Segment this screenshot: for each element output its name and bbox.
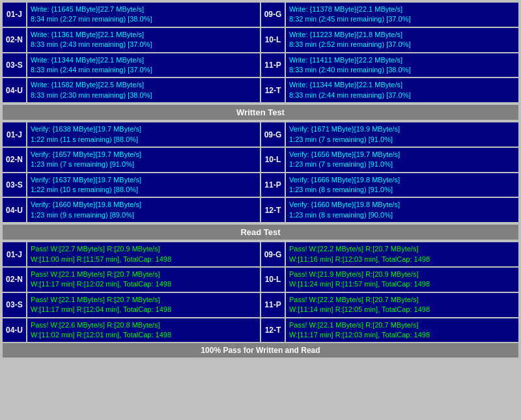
table-row: 04-UPass! W:[22.6 MByte/s] R:[20.8 MByte… [3, 318, 518, 343]
cell-right: Write: {11378 MByte}[22.1 MByte/s]8:32 m… [286, 3, 518, 27]
table-row: 01-JWrite: {11645 MByte}[22.7 MByte/s]8:… [3, 3, 518, 27]
cell-left: Write: {11582 MByte}[22.5 MByte/s]8:33 m… [27, 78, 260, 102]
cell-right: Write: {11411 MByte}[22.2 MByte/s]8:33 m… [286, 53, 518, 77]
cell-left: Verify: {1638 MByte}[19.7 MByte/s]1:22 m… [27, 122, 260, 147]
table-row: 04-UVerify: {1660 MByte}[19.8 MByte/s]1:… [3, 198, 518, 222]
row-id-right: 09-G [261, 3, 285, 27]
row-id-left: 04-U [3, 198, 26, 222]
row-id-left: 01-J [3, 122, 26, 147]
row-id-left: 01-J [3, 3, 26, 27]
row-id-right: 10-L [261, 148, 285, 172]
table-row: 02-NVerify: {1657 MByte}[19.7 MByte/s]1:… [3, 148, 518, 172]
row-id-right: 09-G [261, 122, 285, 147]
row-id-left: 02-N [3, 148, 26, 172]
table-row: 02-NPass! W:[22.1 MByte/s] R:[20.7 MByte… [3, 268, 518, 292]
cell-left: Pass! W:[22.1 MByte/s] R:[20.7 MByte/s]W… [27, 293, 260, 317]
cell-left: Write: {11344 MByte}[22.1 MByte/s]8:33 m… [27, 53, 260, 77]
row-id-left: 03-S [3, 293, 26, 317]
row-id-right: 10-L [261, 268, 285, 292]
table-row: 01-JVerify: {1638 MByte}[19.7 MByte/s]1:… [3, 122, 518, 147]
cell-right: Write: {11223 MByte}[21.8 MByte/s]8:33 m… [286, 28, 518, 52]
cell-right: Verify: {1666 MByte}[19.8 MByte/s]1:23 m… [286, 173, 518, 197]
cell-right: Pass! W:[22.2 MByte/s] R:[20.7 MByte/s]W… [286, 242, 518, 266]
row-id-left: 03-S [3, 53, 26, 77]
table-row: 03-SWrite: {11344 MByte}[22.1 MByte/s]8:… [3, 53, 518, 77]
cell-left: Pass! W:[22.7 MByte/s] R:[20.9 MByte/s]W… [27, 242, 260, 266]
read-test-header: Read Test [3, 225, 518, 240]
row-id-left: 03-S [3, 173, 26, 197]
write-section: 01-JWrite: {11645 MByte}[22.7 MByte/s]8:… [3, 3, 518, 102]
row-id-right: 11-P [261, 173, 285, 197]
cell-left: Pass! W:[22.6 MByte/s] R:[20.8 MByte/s]W… [27, 318, 260, 343]
row-id-right: 12-T [261, 318, 285, 343]
row-id-left: 02-N [3, 268, 26, 292]
cell-left: Write: {11645 MByte}[22.7 MByte/s]8:34 m… [27, 3, 260, 27]
main-container: 01-JWrite: {11645 MByte}[22.7 MByte/s]8:… [0, 0, 521, 360]
row-id-right: 12-T [261, 78, 285, 102]
cell-right: Verify: {1660 MByte}[19.8 MByte/s]1:23 m… [286, 198, 518, 222]
row-id-right: 12-T [261, 198, 285, 222]
cell-left: Pass! W:[22.1 MByte/s] R:[20.7 MByte/s]W… [27, 268, 260, 292]
row-id-right: 11-P [261, 293, 285, 317]
cell-left: Verify: {1637 MByte}[19.7 MByte/s]1:22 m… [27, 173, 260, 197]
row-id-right: 11-P [261, 53, 285, 77]
cell-left: Write: {11361 MByte}[22.1 MByte/s]8:33 m… [27, 28, 260, 52]
row-id-left: 02-N [3, 28, 26, 52]
cell-right: Verify: {1656 MByte}[19.7 MByte/s]1:23 m… [286, 148, 518, 172]
row-id-left: 04-U [3, 318, 26, 343]
table-row: 04-UWrite: {11582 MByte}[22.5 MByte/s]8:… [3, 78, 518, 102]
table-row: 03-SPass! W:[22.1 MByte/s] R:[20.7 MByte… [3, 293, 518, 317]
row-id-left: 04-U [3, 78, 26, 102]
table-row: 02-NWrite: {11361 MByte}[22.1 MByte/s]8:… [3, 28, 518, 52]
cell-right: Verify: {1671 MByte}[19.9 MByte/s]1:23 m… [286, 122, 518, 147]
cell-right: Pass! W:[22.1 MByte/s] R:[20.7 MByte/s]W… [286, 318, 518, 343]
cell-right: Pass! W:[21.9 MByte/s] R:[20.9 MByte/s]W… [286, 268, 518, 292]
cell-right: Write: {11344 MByte}[22.1 MByte/s]8:33 m… [286, 78, 518, 102]
cell-left: Verify: {1660 MByte}[19.8 MByte/s]1:23 m… [27, 198, 260, 222]
row-id-right: 09-G [261, 242, 285, 266]
cell-right: Pass! W:[22.2 MByte/s] R:[20.7 MByte/s]W… [286, 293, 518, 317]
row-id-left: 01-J [3, 242, 26, 266]
table-row: 03-SVerify: {1637 MByte}[19.7 MByte/s]1:… [3, 173, 518, 197]
table-row: 01-JPass! W:[22.7 MByte/s] R:[20.9 MByte… [3, 242, 518, 266]
status-bar: 100% Pass for Written and Read [3, 343, 518, 357]
row-id-right: 10-L [261, 28, 285, 52]
cell-left: Verify: {1657 MByte}[19.7 MByte/s]1:23 m… [27, 148, 260, 172]
written-test-header: Written Test [3, 105, 518, 120]
